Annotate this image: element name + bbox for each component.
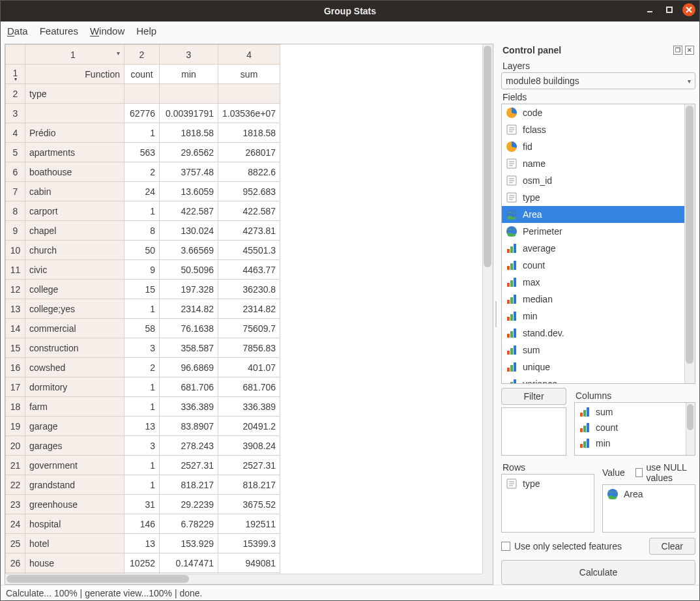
table-row[interactable]: 25hotel13153.92915399.3 xyxy=(6,534,280,553)
detach-panel-icon[interactable]: ❐ xyxy=(673,46,682,55)
row-header-2[interactable]: 2 xyxy=(6,84,25,104)
table-row[interactable]: 21government12527.312527.31 xyxy=(6,456,280,475)
row-header[interactable]: 4 xyxy=(6,123,25,143)
table-row[interactable]: 17dormitory1681.706681.706 xyxy=(6,377,280,397)
row-header[interactable]: 6 xyxy=(6,162,25,182)
menu-features[interactable]: Features xyxy=(40,25,78,37)
row-header[interactable]: 17 xyxy=(6,377,25,397)
table-row[interactable]: 8carport1422.587422.587 xyxy=(6,201,280,221)
row-header[interactable]: 20 xyxy=(6,436,25,456)
row-header-1[interactable]: 1▾ xyxy=(6,65,25,84)
field-item-perimeter[interactable]: Perimeter xyxy=(502,223,695,240)
columns-dropzone[interactable]: sumcountmin xyxy=(574,402,695,456)
table-row[interactable]: 26house102520.147471949081 xyxy=(6,553,280,573)
rows-dropzone[interactable]: type xyxy=(501,474,594,533)
dropzone-item-type[interactable]: type xyxy=(503,476,592,491)
field-item-sum[interactable]: sum xyxy=(502,342,695,359)
field-item-median[interactable]: median xyxy=(502,291,695,308)
dropzone-item-area[interactable]: Area xyxy=(604,486,693,502)
use-null-checkbox[interactable] xyxy=(635,468,643,477)
row-header[interactable]: 8 xyxy=(6,201,25,221)
row-header[interactable]: 18 xyxy=(6,397,25,417)
menu-window[interactable]: Window xyxy=(90,25,124,37)
col-header-1[interactable]: 1▾ xyxy=(25,45,124,65)
row-header[interactable]: 23 xyxy=(6,495,25,514)
table-scrollbar-horizontal[interactable] xyxy=(5,574,482,584)
table-scrollbar-vertical[interactable] xyxy=(482,44,493,574)
field-item-type[interactable]: type xyxy=(502,189,695,206)
row-header[interactable]: 12 xyxy=(6,280,25,299)
dropzone-item-min[interactable]: min xyxy=(576,435,693,451)
clear-button[interactable]: Clear xyxy=(649,538,695,555)
table-row[interactable]: 22grandstand1818.217818.217 xyxy=(6,475,280,495)
table-row[interactable]: 12college15197.32836230.8 xyxy=(6,280,280,299)
row-header[interactable]: 14 xyxy=(6,319,25,338)
table-row[interactable]: 10church503.6656945501.3 xyxy=(6,241,280,260)
field-item-average[interactable]: average xyxy=(502,240,695,257)
field-item-count[interactable]: count xyxy=(502,257,695,274)
dropzone-item-count[interactable]: count xyxy=(576,420,693,435)
table-row[interactable]: 19garage1383.890720491.2 xyxy=(6,417,280,436)
filter-dropzone[interactable] xyxy=(501,407,566,456)
use-selected-checkbox[interactable] xyxy=(501,542,510,551)
layers-combo[interactable]: module8 buildings ▾ xyxy=(501,72,695,89)
row-header[interactable]: 16 xyxy=(6,358,25,377)
corner-cell[interactable] xyxy=(6,45,25,65)
row-header[interactable]: 11 xyxy=(6,260,25,280)
col-header-4[interactable]: 4 xyxy=(218,45,280,65)
table-row[interactable]: 5apartments56329.6562268017 xyxy=(6,143,280,162)
field-item-name[interactable]: name xyxy=(502,155,695,172)
table-row[interactable]: 15construction3358.5877856.83 xyxy=(6,338,280,358)
row-header[interactable]: 26 xyxy=(6,553,25,573)
dropzone-item-sum[interactable]: sum xyxy=(576,404,693,420)
results-table[interactable]: 1▾ 2 3 4 1▾ Function count min sum 2 xyxy=(5,44,280,585)
table-row[interactable]: 18farm1336.389336.389 xyxy=(6,397,280,417)
table-row[interactable]: 16cowshed296.6869401.07 xyxy=(6,358,280,377)
columns-scrollbar[interactable] xyxy=(686,403,695,455)
table-row[interactable]: 7cabin2413.6059952.683 xyxy=(6,182,280,201)
field-item-max[interactable]: max xyxy=(502,274,695,291)
row-header[interactable]: 10 xyxy=(6,241,25,260)
row-header[interactable]: 25 xyxy=(6,534,25,553)
maximize-button[interactable] xyxy=(663,3,676,16)
close-panel-icon[interactable]: ✕ xyxy=(685,46,694,55)
fields-scrollbar[interactable] xyxy=(684,104,695,383)
field-item-variance[interactable]: variance xyxy=(502,375,695,384)
table-row[interactable]: 13college;yes12314.822314.82 xyxy=(6,299,280,319)
field-item-code[interactable]: code xyxy=(502,104,695,121)
table-row[interactable]: 24hospital1466.78229192511 xyxy=(6,514,280,534)
field-item-min[interactable]: min xyxy=(502,308,695,325)
close-button[interactable] xyxy=(682,3,695,16)
field-item-standdev[interactable]: stand.dev. xyxy=(502,325,695,342)
table-row[interactable]: 23greenhouse3129.22393675.52 xyxy=(6,495,280,514)
filter-button[interactable]: Filter xyxy=(501,388,566,405)
menu-data[interactable]: Data xyxy=(7,25,28,37)
row-header[interactable]: 5 xyxy=(6,143,25,162)
sort-dropdown-icon[interactable]: ▾ xyxy=(117,50,120,57)
col-header-2[interactable]: 2 xyxy=(124,45,160,65)
col-header-3[interactable]: 3 xyxy=(160,45,218,65)
field-item-osmid[interactable]: osm_id xyxy=(502,172,695,189)
row-header[interactable]: 13 xyxy=(6,299,25,319)
value-dropzone[interactable]: Area xyxy=(602,484,695,533)
menu-help[interactable]: Help xyxy=(136,25,156,37)
row-header[interactable]: 9 xyxy=(6,221,25,241)
row-header[interactable]: 22 xyxy=(6,475,25,495)
row-header[interactable]: 3 xyxy=(6,104,25,123)
minimize-button[interactable] xyxy=(643,3,656,16)
table-row[interactable]: 4Prédio11818.581818.58 xyxy=(6,123,280,143)
pane-splitter[interactable] xyxy=(493,44,499,585)
table-row[interactable]: 6boathouse23757.488822.6 xyxy=(6,162,280,182)
table-row[interactable]: 11civic950.50964463.77 xyxy=(6,260,280,280)
table-row[interactable]: 20garages3278.2433908.24 xyxy=(6,436,280,456)
row-header[interactable]: 15 xyxy=(6,338,25,358)
table-row[interactable]: 14commercial5876.163875609.7 xyxy=(6,319,280,338)
row-header[interactable]: 21 xyxy=(6,456,25,475)
row-header[interactable]: 19 xyxy=(6,417,25,436)
calculate-button[interactable]: Calculate xyxy=(501,560,695,585)
table-row[interactable]: 3627760.003917911.03536e+07 xyxy=(6,104,280,123)
row-header[interactable]: 24 xyxy=(6,514,25,534)
field-item-area[interactable]: Area xyxy=(502,206,695,223)
row-header[interactable]: 7 xyxy=(6,182,25,201)
field-item-fid[interactable]: fid xyxy=(502,138,695,155)
